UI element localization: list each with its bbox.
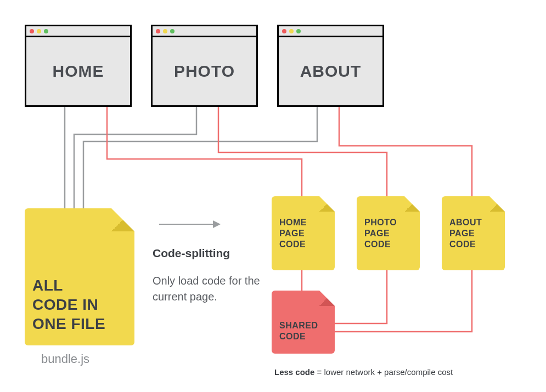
file-fold-icon	[319, 196, 335, 212]
chunk-label: PHOTO PAGE CODE	[364, 217, 397, 250]
close-icon	[156, 29, 160, 33]
bundle-file: ALL CODE IN ONE FILE	[25, 208, 134, 345]
file-fold-icon	[111, 208, 134, 231]
chunk-label: HOME PAGE CODE	[279, 217, 307, 250]
chunk-home: HOME PAGE CODE	[272, 196, 335, 270]
arrow-icon	[159, 224, 219, 225]
codesplit-desc: Only load code for the current page.	[153, 273, 262, 305]
bundle-label: ALL CODE IN ONE FILE	[32, 276, 105, 333]
maximize-icon	[170, 29, 175, 33]
file-fold-icon	[489, 196, 505, 212]
close-icon	[282, 29, 286, 33]
browser-home: HOME	[25, 25, 132, 107]
browser-titlebar	[26, 26, 130, 37]
minimize-icon	[289, 29, 294, 33]
maximize-icon	[44, 29, 48, 33]
minimize-icon	[163, 29, 167, 33]
browser-label: HOME	[53, 62, 104, 81]
file-fold-icon	[319, 291, 335, 306]
browser-about: ABOUT	[277, 25, 384, 107]
browser-label: ABOUT	[300, 62, 362, 81]
browser-photo: PHOTO	[151, 25, 258, 107]
browser-titlebar	[153, 26, 256, 37]
codesplit-title: Code-splitting	[153, 247, 230, 260]
file-fold-icon	[404, 196, 420, 212]
close-icon	[30, 29, 34, 33]
minimize-icon	[37, 29, 41, 33]
chunk-shared: SHARED CODE	[272, 291, 335, 354]
maximize-icon	[296, 29, 301, 33]
chunk-label: ABOUT PAGE CODE	[449, 217, 482, 250]
chunk-label: SHARED CODE	[279, 320, 318, 342]
bundle-caption: bundle.js	[41, 352, 89, 366]
footnote: Less code = lower network + parse/compil…	[274, 367, 453, 377]
browser-titlebar	[279, 26, 382, 37]
browser-label: PHOTO	[174, 62, 235, 81]
chunk-about: ABOUT PAGE CODE	[442, 196, 505, 270]
chunk-photo: PHOTO PAGE CODE	[357, 196, 420, 270]
